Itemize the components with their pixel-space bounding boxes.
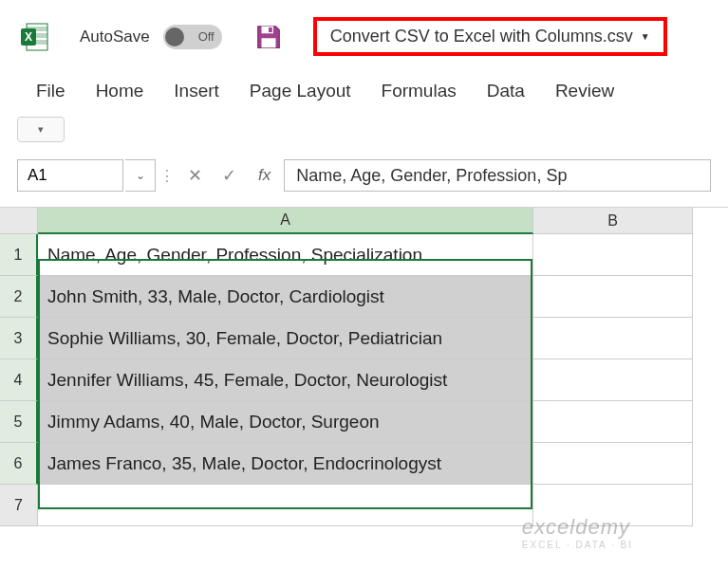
chevron-down-icon: ⌄ bbox=[136, 169, 145, 182]
cell[interactable] bbox=[533, 318, 693, 359]
cancel-button[interactable]: ✕ bbox=[178, 159, 211, 192]
cell[interactable]: James Franco, 35, Male, Doctor, Endocrin… bbox=[38, 443, 533, 485]
table-row: 4Jennifer Williams, 45, Female, Doctor, … bbox=[0, 359, 728, 401]
row-header[interactable]: 5 bbox=[0, 401, 38, 443]
svg-rect-8 bbox=[269, 28, 272, 32]
chevron-down-icon: ▼ bbox=[641, 31, 650, 42]
name-box-dropdown[interactable]: ⌄ bbox=[125, 159, 156, 192]
formula-bar: A1 ⌄ ⋮ ✕ ✓ fx Name, Age, Gender, Profess… bbox=[0, 152, 728, 208]
check-icon: ✓ bbox=[222, 165, 236, 186]
separator: ⋮ bbox=[161, 159, 173, 192]
table-row: 5Jimmy Adams, 40, Male, Doctor, Surgeon bbox=[0, 401, 728, 443]
table-row: 6James Franco, 35, Male, Doctor, Endocri… bbox=[0, 443, 728, 485]
autosave-label: AutoSave bbox=[80, 28, 150, 46]
grid-rows: 1Name, Age, Gender, Profession, Speciali… bbox=[0, 234, 728, 526]
tab-data[interactable]: Data bbox=[487, 81, 525, 101]
cell[interactable]: John Smith, 33, Male, Doctor, Cardiologi… bbox=[38, 276, 533, 318]
cell[interactable] bbox=[533, 234, 693, 276]
svg-rect-7 bbox=[261, 38, 275, 47]
name-box[interactable]: A1 bbox=[17, 159, 123, 192]
row-header[interactable]: 6 bbox=[0, 443, 38, 485]
svg-text:X: X bbox=[25, 30, 32, 44]
filename-text: Convert CSV to Excel with Columns.csv bbox=[330, 27, 633, 46]
cell[interactable] bbox=[533, 401, 693, 443]
column-header-b[interactable]: B bbox=[533, 208, 693, 234]
titlebar: X AutoSave Off Convert CSV to Excel with… bbox=[0, 0, 728, 64]
table-row: 2John Smith, 33, Male, Doctor, Cardiolog… bbox=[0, 276, 728, 318]
cell[interactable]: Jennifer Williams, 45, Female, Doctor, N… bbox=[38, 359, 533, 401]
excel-logo-icon: X bbox=[19, 22, 49, 52]
cell[interactable] bbox=[533, 276, 693, 318]
qat-customize-button[interactable]: ▾ bbox=[17, 117, 65, 142]
cell[interactable] bbox=[38, 485, 533, 526]
watermark-sub: EXCEL · DATA · BI bbox=[522, 540, 633, 550]
cell[interactable]: Name, Age, Gender, Profession, Specializ… bbox=[38, 234, 533, 276]
tab-insert[interactable]: Insert bbox=[174, 81, 219, 101]
formula-input[interactable]: Name, Age, Gender, Profession, Sp bbox=[284, 159, 711, 192]
tab-page-layout[interactable]: Page Layout bbox=[250, 81, 351, 101]
watermark: exceldemy EXCEL · DATA · BI bbox=[522, 515, 633, 550]
save-icon[interactable] bbox=[254, 23, 283, 51]
toggle-knob-icon bbox=[165, 28, 184, 46]
tab-formulas[interactable]: Formulas bbox=[382, 81, 457, 101]
cell[interactable] bbox=[533, 359, 693, 401]
table-row: 3Sophie Williams, 30, Female, Doctor, Pe… bbox=[0, 318, 728, 359]
row-header[interactable]: 1 bbox=[0, 234, 38, 276]
watermark-main: exceldemy bbox=[522, 515, 633, 540]
x-icon: ✕ bbox=[188, 165, 202, 186]
cell[interactable]: Jimmy Adams, 40, Male, Doctor, Surgeon bbox=[38, 401, 533, 443]
quick-access-area: ▾ bbox=[0, 113, 728, 152]
row-header[interactable]: 4 bbox=[0, 359, 38, 401]
ribbon-tabs: File Home Insert Page Layout Formulas Da… bbox=[0, 64, 728, 113]
filename-dropdown[interactable]: Convert CSV to Excel with Columns.csv ▼ bbox=[313, 17, 667, 56]
row-header[interactable]: 3 bbox=[0, 318, 38, 359]
tab-home[interactable]: Home bbox=[96, 81, 144, 101]
qat-dropdown-icon: ▾ bbox=[38, 123, 44, 136]
table-row: 1Name, Age, Gender, Profession, Speciali… bbox=[0, 234, 728, 276]
cell[interactable] bbox=[533, 443, 693, 485]
tab-review[interactable]: Review bbox=[555, 81, 614, 101]
row-header[interactable]: 7 bbox=[0, 485, 38, 526]
toggle-state: Off bbox=[198, 29, 215, 44]
fx-icon[interactable]: fx bbox=[258, 166, 271, 185]
column-headers-row: A B bbox=[0, 208, 728, 234]
row-header[interactable]: 2 bbox=[0, 276, 38, 318]
cell[interactable]: Sophie Williams, 30, Female, Doctor, Ped… bbox=[38, 318, 533, 359]
enter-button[interactable]: ✓ bbox=[213, 159, 245, 192]
select-all-corner[interactable] bbox=[0, 208, 38, 234]
column-header-a[interactable]: A bbox=[38, 208, 533, 234]
tab-file[interactable]: File bbox=[36, 81, 65, 101]
autosave-toggle[interactable]: Off bbox=[163, 25, 222, 49]
